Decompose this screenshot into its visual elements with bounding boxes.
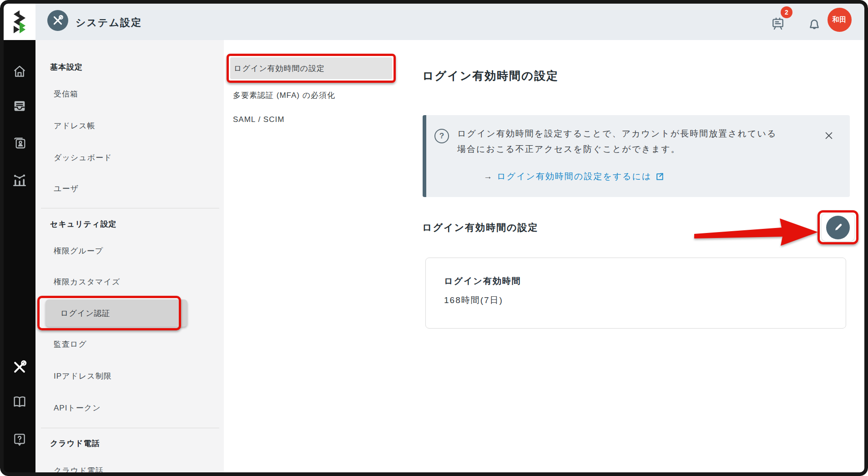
info-text-line2: 場合におこる不正アクセスを防ぐことができます。 [457, 143, 681, 155]
sidebar-section-basic: 基本設定 [50, 62, 83, 73]
address-book-icon[interactable] [8, 131, 31, 154]
link-arrow: → [484, 172, 493, 182]
page-title: ログイン有効時間の設定 [422, 68, 559, 83]
settings-nav: 基本設定 受信箱 アドレス帳 ダッシュボード ユーザ セキュリティ設定 権限グル… [35, 40, 224, 472]
analytics-icon[interactable] [8, 168, 31, 191]
question-circle-icon: ? [434, 129, 449, 143]
main-content: ログイン有効時間の設定 ? ログイン有効時間を設定することで、アカウントが長時間… [404, 40, 864, 472]
sidebar-item-dashboard[interactable]: ダッシュボード [54, 152, 112, 163]
sidebar-item-users[interactable]: ユーザ [54, 183, 79, 194]
info-box-accent-bar [423, 115, 426, 197]
section-title: ログイン有効時間の設定 [422, 221, 538, 234]
help-link-row: → ログイン有効時間の設定をするには [484, 171, 664, 182]
app-header: システム設定 [35, 4, 864, 41]
divider [41, 208, 219, 208]
sidebar-item-ip-restriction[interactable]: IPアドレス制限 [54, 371, 112, 382]
help-icon[interactable] [8, 428, 31, 451]
guide-book-icon[interactable] [8, 390, 31, 413]
sidebar-item-permission-customize[interactable]: 権限カスタマイズ [54, 277, 120, 288]
sidebar-section-security: セキュリティ設定 [50, 219, 116, 230]
login-duration-help-link[interactable]: ログイン有効時間の設定をするには [497, 171, 651, 182]
edit-button[interactable] [826, 216, 850, 239]
sidebar-item-inbox[interactable]: 受信箱 [54, 89, 78, 100]
submenu-item-login-duration-active[interactable]: ログイン有効時間の設定 [230, 57, 392, 79]
sidebar-item-address-book[interactable]: アドレス帳 [54, 121, 96, 132]
system-settings-tools-icon [47, 10, 68, 31]
login-auth-submenu: ログイン有効時間の設定 多要素認証 (MFA) の必須化 SAML / SCIM [224, 40, 405, 472]
app-window: システム設定 2 和田 [0, 0, 868, 476]
announcements-board-icon[interactable] [770, 15, 786, 32]
sidebar-item-permission-groups[interactable]: 権限グループ [54, 246, 103, 257]
primary-nav [4, 40, 35, 472]
sidebar-section-cloud-phone: クラウド電話 [50, 438, 100, 449]
submenu-item-saml[interactable]: SAML / SCIM [233, 114, 284, 125]
sidebar-item-cloud-phone[interactable]: クラウド電話 [54, 466, 104, 472]
divider [41, 428, 219, 428]
external-link-icon [655, 172, 664, 181]
info-text-line1: ログイン有効時間を設定することで、アカウントが長時間放置されている [457, 128, 777, 140]
notification-count-badge: 2 [781, 6, 792, 18]
sidebar-item-login-auth-active[interactable]: ログイン認証 [45, 299, 187, 327]
system-settings-icon[interactable] [8, 356, 31, 379]
inbox-icon[interactable] [8, 95, 31, 117]
close-icon[interactable] [823, 130, 835, 142]
page-header-title: システム設定 [76, 16, 142, 30]
sidebar-item-audit-log[interactable]: 監査ログ [54, 339, 87, 350]
pencil-icon [833, 222, 843, 233]
app-logo[interactable] [4, 4, 35, 40]
card-value: 168時間(7日) [444, 294, 503, 306]
home-icon[interactable] [8, 60, 31, 83]
avatar[interactable]: 和田 [828, 8, 852, 32]
submenu-item-mfa[interactable]: 多要素認証 (MFA) の必須化 [233, 90, 335, 101]
login-duration-card: ログイン有効時間 168時間(7日) [425, 258, 846, 329]
info-box: ? ログイン有効時間を設定することで、アカウントが長時間放置されている 場合にお… [423, 115, 850, 197]
card-label: ログイン有効時間 [444, 275, 521, 287]
notifications-bell-icon[interactable] [806, 15, 823, 32]
sidebar-item-api-token[interactable]: APIトークン [54, 403, 101, 414]
